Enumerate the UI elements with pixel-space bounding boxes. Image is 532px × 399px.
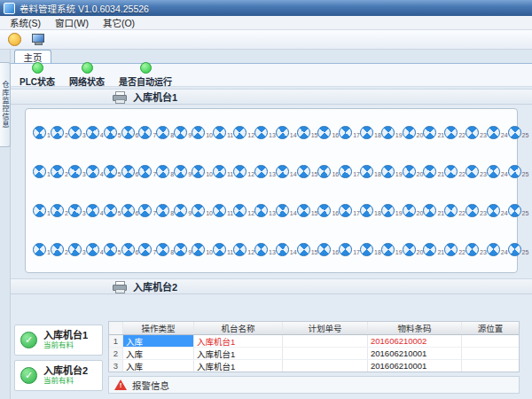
roll-slot[interactable]: 13 [254,126,276,139]
roll-slot[interactable]: 25 [508,204,529,217]
roll-slot[interactable]: 4 [86,126,104,139]
roll-slot[interactable]: 16 [317,126,339,139]
roll-slot[interactable]: 2 [51,126,68,139]
roll-slot[interactable]: 14 [276,126,297,139]
roll-slot[interactable]: 4 [86,243,104,256]
roll-slot[interactable]: 25 [508,165,529,178]
roll-slot[interactable]: 8 [156,165,174,178]
roll-slot[interactable]: 8 [156,243,174,256]
roll-slot[interactable]: 4 [86,204,104,217]
roll-slot[interactable]: 20 [403,165,424,178]
dock-tab-monitor[interactable]: 仓库监控信息 [0,62,11,147]
roll-slot[interactable]: 6 [121,204,139,217]
roll-slot[interactable]: 18 [360,243,381,256]
toolbar-button-1[interactable] [4,31,24,48]
roll-slot[interactable]: 7 [138,126,156,139]
roll-slot[interactable]: 7 [138,204,156,217]
roll-slot[interactable]: 12 [233,204,254,217]
roll-slot[interactable]: 20 [403,126,424,139]
roll-slot[interactable]: 17 [339,204,360,217]
roll-slot[interactable]: 12 [233,165,254,178]
roll-slot[interactable]: 5 [104,204,121,217]
roll-slot[interactable]: 2 [51,165,68,178]
roll-slot[interactable]: 9 [174,204,192,217]
roll-slot[interactable]: 18 [360,126,381,139]
titlebar[interactable]: 卷料管理系统 V1.0.6034.25526 [0,0,532,16]
roll-slot[interactable]: 24 [487,126,508,139]
roll-slot[interactable]: 10 [192,126,213,139]
roll-slot[interactable]: 21 [423,204,444,217]
roll-slot[interactable]: 15 [297,165,318,178]
roll-slot[interactable]: 20 [403,243,424,256]
roll-slot[interactable]: 25 [508,126,529,139]
roll-slot[interactable]: 24 [487,243,508,256]
printer-icon[interactable] [113,91,127,103]
roll-slot[interactable]: 22 [444,126,466,139]
roll-slot[interactable]: 12 [233,126,254,139]
roll-slot[interactable]: 9 [174,126,192,139]
roll-slot[interactable]: 16 [317,165,339,178]
roll-slot[interactable]: 13 [254,243,276,256]
roll-slot[interactable]: 23 [466,165,487,178]
roll-slot[interactable]: 23 [466,243,487,256]
roll-slot[interactable]: 24 [487,165,508,178]
column-header[interactable]: 操作类型 [123,322,194,334]
roll-slot[interactable]: 8 [156,204,174,217]
roll-slot[interactable]: 18 [360,165,381,178]
roll-slot[interactable]: 11 [213,243,233,256]
roll-slot[interactable]: 22 [444,204,466,217]
toolbar-button-2[interactable] [27,31,47,48]
column-header[interactable]: 物料条码 [368,322,462,334]
roll-slot[interactable]: 11 [213,165,233,178]
roll-slot[interactable]: 15 [297,204,318,217]
roll-slot[interactable]: 3 [68,204,86,217]
roll-slot[interactable]: 5 [104,165,121,178]
roll-slot[interactable]: 1 [33,204,51,217]
roll-slot[interactable]: 5 [104,243,121,256]
roll-slot[interactable]: 20 [403,204,424,217]
roll-slot[interactable]: 3 [68,165,86,178]
roll-slot[interactable]: 15 [297,126,318,139]
roll-slot[interactable]: 21 [423,165,444,178]
roll-slot[interactable]: 6 [121,126,139,139]
roll-slot[interactable]: 15 [297,243,318,256]
roll-slot[interactable]: 18 [360,204,381,217]
printer-icon[interactable] [113,281,127,293]
roll-slot[interactable]: 7 [138,165,156,178]
table-row[interactable]: 1入库入库机台1201606210002 [109,335,519,348]
roll-slot[interactable]: 13 [254,204,276,217]
roll-slot[interactable]: 14 [276,204,297,217]
roll-slot[interactable]: 19 [381,204,403,217]
roll-slot[interactable]: 11 [213,126,233,139]
roll-slot[interactable]: 10 [192,204,213,217]
roll-slot[interactable]: 17 [339,126,360,139]
roll-slot[interactable]: 16 [317,243,339,256]
table-row[interactable]: 2入库入库机台1201606210001 [109,348,519,360]
roll-slot[interactable]: 17 [339,243,360,256]
roll-slot[interactable]: 3 [68,126,86,139]
roll-slot[interactable]: 23 [466,126,487,139]
roll-slot[interactable]: 10 [192,165,213,178]
roll-slot[interactable]: 19 [381,165,403,178]
machine-card-1[interactable]: ✓ 入库机台1 当前有料 [14,325,103,356]
roll-slot[interactable]: 11 [213,204,233,217]
tab-home[interactable]: 主页 [14,50,51,63]
machine-card-2[interactable]: ✓ 入库机台2 当前有料 [14,360,103,391]
roll-slot[interactable]: 14 [276,243,297,256]
roll-slot[interactable]: 3 [68,243,86,256]
column-header[interactable] [109,322,123,334]
roll-slot[interactable]: 8 [156,126,174,139]
roll-slot[interactable]: 2 [51,243,68,256]
roll-slot[interactable]: 16 [317,204,339,217]
roll-slot[interactable]: 6 [121,243,139,256]
roll-slot[interactable]: 14 [276,165,297,178]
roll-slot[interactable]: 4 [86,165,104,178]
roll-slot[interactable]: 17 [339,165,360,178]
roll-slot[interactable]: 19 [381,243,403,256]
roll-slot[interactable]: 23 [466,204,487,217]
roll-slot[interactable]: 19 [381,126,403,139]
roll-slot[interactable]: 7 [138,243,156,256]
roll-slot[interactable]: 22 [444,165,466,178]
roll-slot[interactable]: 1 [33,165,51,178]
roll-slot[interactable]: 1 [33,126,51,139]
